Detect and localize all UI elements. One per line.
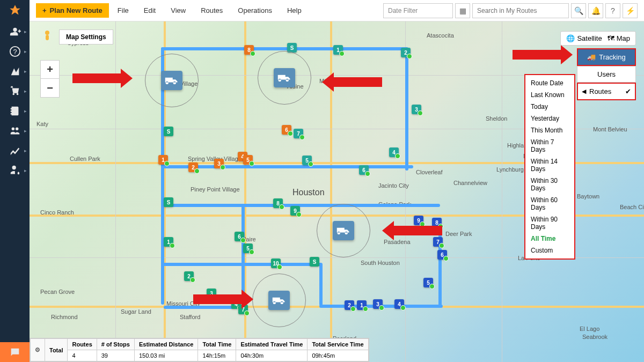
stop-marker[interactable]: 4 <box>389 147 399 157</box>
filter-item[interactable]: Within 60 Days <box>525 194 574 213</box>
satellite-option[interactable]: 🌐 Satellite <box>566 34 602 42</box>
filter-item[interactable]: All Time <box>525 233 574 245</box>
stop-marker[interactable]: 1 <box>164 237 173 247</box>
filter-item[interactable]: Custom <box>525 245 574 256</box>
stop-marker[interactable]: 6 <box>235 232 244 241</box>
sidebar-item-analytics[interactable]: ▸ <box>0 141 30 160</box>
stop-marker[interactable]: 6 <box>437 250 447 260</box>
th-total: Total <box>45 339 68 361</box>
stop-marker[interactable]: 8 <box>273 198 283 208</box>
stop-marker[interactable]: 7 <box>294 129 303 138</box>
search-input[interactable] <box>472 3 569 18</box>
stop-marker[interactable]: 5 <box>243 155 253 165</box>
panel-users[interactable]: Users <box>577 66 636 83</box>
truck-icon: 🚚 <box>587 53 596 61</box>
svg-point-2 <box>45 31 49 35</box>
td-routes: 4 <box>68 350 97 361</box>
vehicle-marker[interactable] <box>252 274 306 327</box>
stop-marker[interactable]: 1 <box>158 155 168 165</box>
stop-marker[interactable]: 2 <box>188 162 198 172</box>
stop-marker[interactable]: 10 <box>271 258 281 268</box>
filter-item[interactable]: Within 7 Days <box>525 136 574 156</box>
city-label: Katy <box>36 121 48 127</box>
stop-marker[interactable]: 1 <box>333 45 343 55</box>
sidebar-item-add-user[interactable]: ▸ <box>0 21 30 41</box>
zoom-out-button[interactable]: − <box>41 79 59 97</box>
sidebar-item-chat[interactable] <box>0 342 30 362</box>
annotation-arrow <box>72 69 133 88</box>
menu-view[interactable]: View <box>164 3 192 18</box>
stop-marker[interactable]: 3 <box>373 299 383 309</box>
stop-marker[interactable]: 8 <box>244 45 254 55</box>
stop-marker[interactable]: 2 <box>345 300 354 310</box>
city-label: Sugar Land <box>121 308 151 315</box>
sidebar-item-team[interactable]: ▸ <box>0 121 30 141</box>
pegman-icon[interactable] <box>40 29 54 43</box>
gear-icon[interactable]: ⚙ <box>31 339 45 361</box>
stop-marker[interactable]: 6 <box>282 125 291 135</box>
stop-marker[interactable]: S <box>164 197 173 207</box>
city-label: Piney Point Village <box>191 186 240 193</box>
calendar-icon[interactable]: ▦ <box>455 3 470 18</box>
map-canvas[interactable]: HoustonPasadenaPearlandSugar LandMissour… <box>30 21 644 362</box>
date-filter-input[interactable]: Date Filter <box>383 3 453 18</box>
menu-help[interactable]: Help <box>281 3 308 18</box>
city-label: Sheldon <box>486 115 507 122</box>
search-icon[interactable]: 🔍 <box>571 3 586 18</box>
stop-marker[interactable]: 2 <box>401 48 411 57</box>
stop-marker[interactable]: 3 <box>412 105 421 114</box>
stop-marker[interactable]: 5 <box>243 243 253 253</box>
zoom-control: + − <box>40 60 60 98</box>
truck-icon <box>274 68 295 87</box>
filter-item[interactable]: Within 14 Days <box>525 156 574 175</box>
sidebar-item-user-settings[interactable]: ▸ <box>0 160 30 180</box>
stop-marker[interactable]: S <box>310 257 319 267</box>
vehicle-marker[interactable] <box>258 51 311 105</box>
sidebar-item-addressbook[interactable]: ▸ <box>0 101 30 121</box>
zoom-in-button[interactable]: + <box>41 61 59 79</box>
stop-marker[interactable]: 5 <box>302 156 312 165</box>
th-totaltime: Total Time <box>198 339 236 350</box>
city-label: Cinco Ranch <box>40 209 74 216</box>
truck-icon <box>161 71 182 90</box>
stop-marker[interactable]: 2 <box>184 271 194 281</box>
menu-file[interactable]: File <box>111 3 135 18</box>
city-label: Jacinto City <box>378 182 409 189</box>
panel-tracking[interactable]: 🚚Tracking <box>577 48 636 66</box>
map-settings-button[interactable]: Map Settings <box>59 29 113 45</box>
map-type-toggle[interactable]: 🌐 Satellite 🗺 Map <box>560 31 636 46</box>
filter-item[interactable]: This Month <box>525 124 574 136</box>
map-option[interactable]: 🗺 Map <box>608 34 630 42</box>
totals-table: ⚙ Total Routes # of Stops Estimated Dist… <box>30 338 369 362</box>
annotation-arrow <box>322 72 382 92</box>
filter-item[interactable]: Route Date <box>525 77 574 89</box>
filter-item[interactable]: Last Known <box>525 89 574 101</box>
menu-routes[interactable]: Routes <box>194 3 229 18</box>
stop-marker[interactable]: 5 <box>423 278 433 287</box>
stop-marker[interactable]: 3 <box>214 159 224 168</box>
help-icon[interactable]: ? <box>605 3 620 18</box>
filter-item[interactable]: Within 90 Days <box>525 213 574 233</box>
truck-icon <box>333 221 354 240</box>
menu-operations[interactable]: Operations <box>231 3 279 18</box>
vehicle-marker[interactable] <box>317 204 370 257</box>
vehicle-marker[interactable] <box>145 54 199 107</box>
stop-marker[interactable]: 4 <box>394 299 404 309</box>
plan-new-route-button[interactable]: +Plan New Route <box>36 3 109 18</box>
filter-item[interactable]: Today <box>525 101 574 113</box>
bell-icon[interactable]: 🔔 <box>588 3 603 18</box>
sidebar-item-help[interactable]: ?▸ <box>0 41 30 61</box>
sidebar-item-routes[interactable]: ▸ <box>0 61 30 81</box>
sidebar-item-orders[interactable]: ▸ <box>0 81 30 101</box>
menu-edit[interactable]: Edit <box>137 3 162 18</box>
stop-marker[interactable]: 1 <box>357 300 367 310</box>
filter-item[interactable]: Yesterday <box>525 113 574 124</box>
stop-marker[interactable]: 6 <box>359 165 369 175</box>
city-label: Cullen Park <box>70 156 100 162</box>
panel-routes[interactable]: ◀Routes✔ <box>577 83 636 100</box>
stop-marker[interactable]: S <box>164 127 173 136</box>
city-label: Richmond <box>51 314 78 320</box>
filter-item[interactable]: Within 30 Days <box>525 175 574 194</box>
stop-marker[interactable]: 9 <box>290 206 300 216</box>
bolt-icon[interactable]: ⚡ <box>623 3 638 18</box>
